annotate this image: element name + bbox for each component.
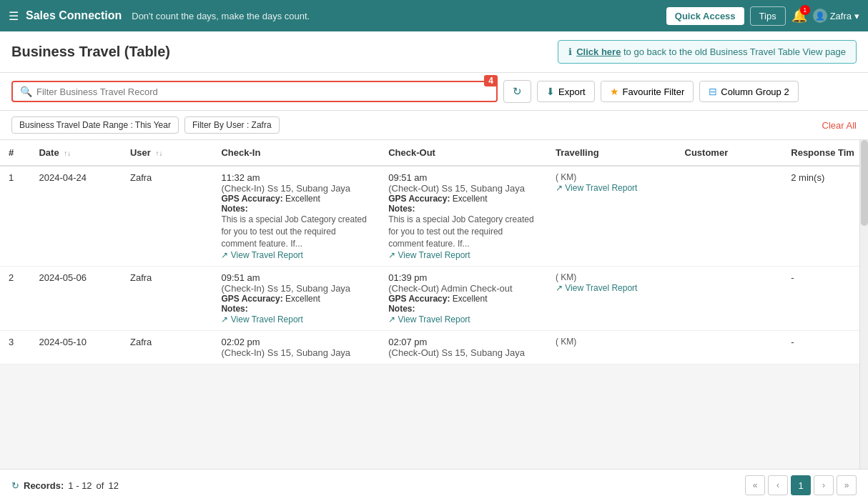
row-customer (676, 267, 783, 331)
checkin-notes-label: Notes: (221, 204, 371, 214)
checkin-time: 02:02 pm (221, 337, 371, 347)
checkout-time: 02:07 pm (388, 337, 538, 347)
pagination-prev-button[interactable]: ‹ (768, 475, 788, 495)
col-header-user[interactable]: User ↑↓ (122, 140, 212, 166)
checkin-time: 09:51 am (221, 272, 371, 283)
favourite-filter-button[interactable]: ★ Favourite Filter (601, 81, 694, 102)
checkin-location: (Check-In) Ss 15, Subang Jaya (221, 183, 371, 194)
row-checkin: 09:51 am(Check-In) Ss 15, Subang JayaGPS… (212, 267, 380, 331)
search-box[interactable]: 🔍 4 (11, 81, 498, 102)
col-header-date[interactable]: Date ↑↓ (30, 140, 121, 166)
column-group-button[interactable]: ⊟ Column Group 2 (699, 81, 798, 102)
checkout-time: 01:39 pm (388, 272, 538, 283)
col-header-num: # (0, 140, 30, 166)
export-icon: ⬇ (546, 86, 555, 97)
tips-button[interactable]: Tips (750, 6, 786, 26)
click-here-link[interactable]: Click here (576, 46, 621, 57)
clear-all-button[interactable]: Clear All (822, 120, 857, 131)
records-total: 12 (108, 480, 118, 491)
pagination-last-button[interactable]: » (837, 475, 857, 495)
travelling-km: ( KM) (556, 272, 668, 282)
table-row: 22024-05-06Zafra09:51 am(Check-In) Ss 15… (0, 267, 868, 331)
col-header-response: Response Tim (782, 140, 868, 166)
row-user: Zafra (122, 331, 212, 364)
checkout-gps: GPS Accuracy: Excellent (388, 194, 538, 204)
info-banner-link[interactable]: Click here to go back to the old Busines… (576, 46, 846, 57)
top-navigation: ☰ Sales Connection Don't count the days,… (0, 0, 868, 31)
checkout-location: (Check-Out) Ss 15, Subang Jaya (388, 183, 538, 194)
checkout-view-travel-report-link[interactable]: ↗ View Travel Report (388, 250, 470, 260)
pagination-first-button[interactable]: « (745, 475, 765, 495)
travelling-view-travel-report-link[interactable]: ↗ View Travel Report (556, 183, 638, 193)
user-sort-icon: ↑↓ (156, 149, 163, 157)
row-customer (676, 166, 783, 267)
pagination: « ‹ 1 › » (745, 475, 857, 495)
hamburger-menu-icon[interactable]: ☰ (9, 9, 19, 23)
user-name: Zafra (830, 11, 852, 21)
row-checkin: 11:32 am(Check-In) Ss 15, Subang JayaGPS… (212, 166, 380, 267)
row-response-time: - (782, 267, 868, 331)
vertical-scrollbar[interactable] (859, 140, 868, 469)
search-input[interactable] (36, 86, 489, 97)
row-date: 2024-05-10 (30, 331, 121, 364)
refresh-button[interactable]: ↻ (503, 80, 531, 103)
checkout-notes-text: This is a special Job Category created f… (388, 214, 538, 249)
notification-count: 1 (800, 5, 810, 15)
filter-bar: Business Travel Date Range : This Year F… (0, 111, 868, 140)
checkout-time: 09:51 am (388, 172, 538, 183)
row-date: 2024-04-24 (30, 166, 121, 267)
date-range-filter-tag[interactable]: Business Travel Date Range : This Year (11, 116, 179, 134)
checkin-gps: GPS Accuracy: Excellent (221, 194, 371, 204)
checkout-location: (Check-Out) Admin Check-out (388, 283, 538, 294)
footer-refresh-icon[interactable]: ↻ (11, 480, 19, 491)
row-user: Zafra (122, 166, 212, 267)
checkin-time: 11:32 am (221, 172, 371, 183)
scroll-thumb[interactable] (861, 140, 868, 226)
user-filter-tag[interactable]: Filter By User : Zafra (184, 116, 280, 134)
records-info: ↻ Records: 1 - 12 of 12 (11, 480, 745, 491)
row-travelling: ( KM)↗ View Travel Report (547, 166, 676, 267)
checkout-location: (Check-Out) Ss 15, Subang Jaya (388, 347, 538, 358)
travelling-view-travel-report-link[interactable]: ↗ View Travel Report (556, 283, 638, 293)
travelling-km: ( KM) (556, 172, 668, 182)
row-response-time: 2 min(s) (782, 166, 868, 267)
favourite-filter-label: Favourite Filter (623, 86, 685, 97)
row-travelling: ( KM) (547, 331, 676, 364)
table-header-row: # Date ↑↓ User ↑↓ Check-In Check-Out Tra… (0, 140, 868, 166)
info-icon: ℹ (568, 46, 572, 57)
checkout-notes-label: Notes: (388, 304, 538, 314)
checkin-location: (Check-In) Ss 15, Subang Jaya (221, 283, 371, 294)
col-header-checkin: Check-In (212, 140, 380, 166)
business-travel-table: # Date ↑↓ User ↑↓ Check-In Check-Out Tra… (0, 140, 868, 364)
user-menu-button[interactable]: 👤 Zafra ▾ (813, 9, 859, 23)
row-travelling: ( KM)↗ View Travel Report (547, 267, 676, 331)
records-range: 1 - 12 (68, 480, 92, 491)
table-scroll-area[interactable]: # Date ↑↓ User ↑↓ Check-In Check-Out Tra… (0, 140, 868, 469)
row-checkin: 02:02 pm(Check-In) Ss 15, Subang Jaya (212, 331, 380, 364)
footer: ↻ Records: 1 - 12 of 12 « ‹ 1 › » (0, 469, 868, 501)
info-banner: ℹ Click here to go back to the old Busin… (558, 40, 857, 64)
brand-name: Sales Connection (26, 9, 122, 22)
export-button[interactable]: ⬇ Export (537, 81, 595, 102)
row-customer (676, 331, 783, 364)
info-banner-text: to go back to the old Business Travel Ta… (621, 46, 846, 57)
row-checkout: 01:39 pm(Check-Out) Admin Check-outGPS A… (380, 267, 547, 331)
pagination-next-button[interactable]: › (814, 475, 834, 495)
row-checkout: 09:51 am(Check-Out) Ss 15, Subang JayaGP… (380, 166, 547, 267)
checkin-view-travel-report-link[interactable]: ↗ View Travel Report (221, 250, 303, 260)
notification-bell[interactable]: 🔔 1 (791, 8, 807, 24)
toolbar: 🔍 4 ↻ ⬇ Export ★ Favourite Filter ⊟ Colu… (0, 73, 868, 111)
user-chevron-icon: ▾ (854, 11, 859, 21)
checkin-notes-label: Notes: (221, 304, 371, 314)
quick-access-button[interactable]: Quick Access (666, 7, 744, 25)
records-of: of (97, 480, 104, 491)
checkout-view-travel-report-link[interactable]: ↗ View Travel Report (388, 314, 470, 324)
table-container: # Date ↑↓ User ↑↓ Check-In Check-Out Tra… (0, 140, 868, 364)
col-header-checkout: Check-Out (380, 140, 547, 166)
row-num: 2 (0, 267, 30, 331)
checkin-view-travel-report-link[interactable]: ↗ View Travel Report (221, 314, 303, 324)
checkout-gps: GPS Accuracy: Excellent (388, 294, 538, 304)
records-label: Records: (24, 480, 64, 491)
row-num: 3 (0, 331, 30, 364)
pagination-page-1-button[interactable]: 1 (791, 475, 811, 495)
